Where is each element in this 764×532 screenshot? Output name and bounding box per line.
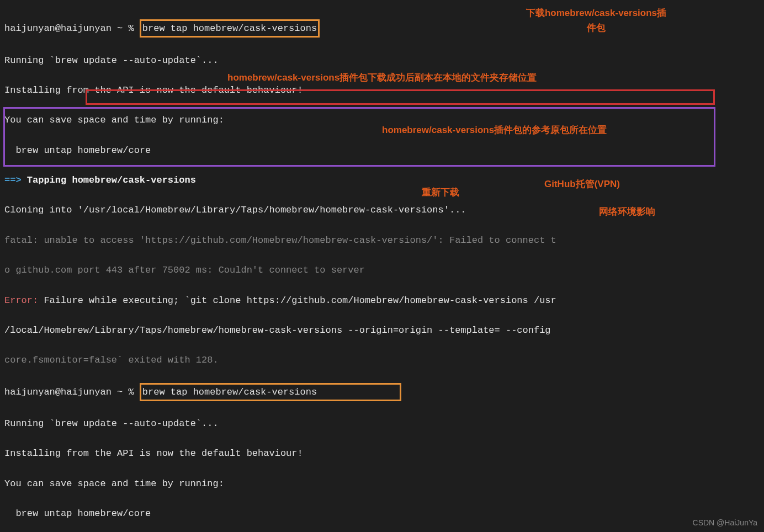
prompt: haijunyan@haijunyan ~ %: [4, 23, 140, 34]
annotation-download: 下载homebrew/cask-versions插 件包: [491, 6, 701, 35]
annotation-storage-location: homebrew/cask-versions插件包下载成功后副本在本地的文件夹存…: [227, 70, 537, 85]
fatal-line: fatal: unable to access 'https://github.…: [4, 233, 760, 248]
tapping-line: ==> Tapping homebrew/cask-versions: [4, 173, 760, 188]
output-line: Running `brew update --auto-update`...: [4, 416, 760, 431]
purple-highlight-box: [3, 107, 715, 167]
error-line: Error: Failure while executing; `git clo…: [4, 293, 760, 308]
arrow-icon: ==>: [4, 175, 22, 185]
output-line: Installing from the API is now the defau…: [4, 446, 760, 461]
output-line: brew untap homebrew/core: [4, 506, 760, 521]
prompt-line-2[interactable]: haijunyan@haijunyan ~ % brew tap homebre…: [4, 383, 760, 401]
annotation-network: 网络环境影响: [599, 204, 655, 219]
prompt: haijunyan@haijunyan ~ %: [4, 387, 140, 397]
fatal-line-2: o github.com port 443 after 75002 ms: Co…: [4, 263, 760, 278]
command-highlight-1: brew tap homebrew/cask-versions: [140, 19, 320, 38]
annotation-source-location: homebrew/cask-versions插件包的参考原包所在位置: [382, 123, 607, 137]
output-line: Running `brew update --auto-update`...: [4, 53, 760, 68]
annotation-github-vpn: GitHub托管(VPN): [544, 177, 620, 191]
annotation-redownload: 重新下载: [422, 185, 459, 200]
red-highlight-box: [86, 89, 715, 105]
output-line: You can save space and time by running:: [4, 476, 760, 491]
command-highlight-2: brew tap homebrew/cask-versions: [140, 383, 401, 401]
error-label: Error:: [4, 295, 38, 306]
error-line-3: core.fsmonitor=false` exited with 128.: [4, 353, 760, 368]
error-line-2: /local/Homebrew/Library/Taps/homebrew/ho…: [4, 323, 760, 338]
watermark: CSDN @HaiJunYa: [693, 517, 757, 529]
